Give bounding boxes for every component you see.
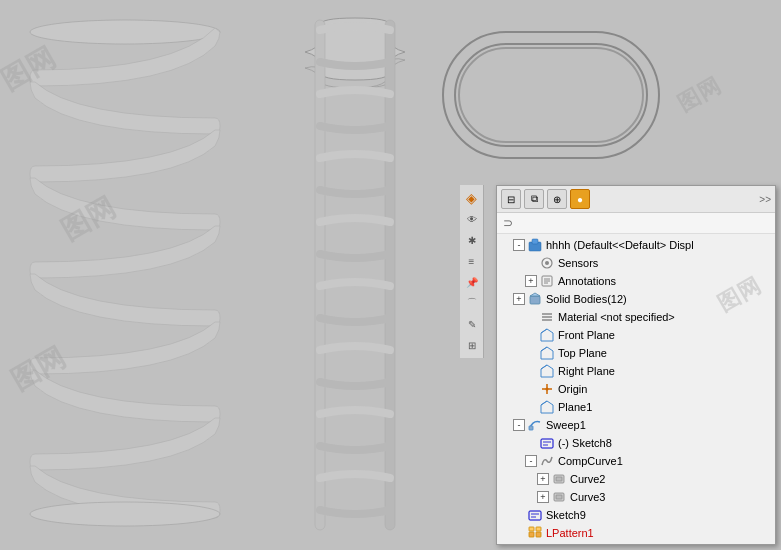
- svg-point-28: [546, 388, 549, 391]
- plane-icon-top: [539, 345, 555, 361]
- material-label: Material <not specified>: [558, 311, 675, 323]
- star-icon[interactable]: ✱: [463, 231, 481, 249]
- box-icon[interactable]: ⊞: [463, 336, 481, 354]
- plane1-label: Plane1: [558, 401, 592, 413]
- svg-line-23: [541, 347, 547, 351]
- svg-marker-29: [541, 401, 553, 413]
- sweep1-expand[interactable]: -: [513, 419, 525, 431]
- svg-rect-8: [532, 239, 538, 244]
- panel-filter-row: ⊃: [497, 213, 775, 234]
- svg-marker-24: [541, 365, 553, 377]
- pin-icon[interactable]: 📌: [463, 273, 481, 291]
- spring-left-view: [15, 10, 235, 540]
- tree-item-solid-bodies[interactable]: + Solid Bodies(12): [497, 290, 775, 308]
- origin-label: Origin: [558, 383, 587, 395]
- curve2-expand[interactable]: +: [537, 473, 549, 485]
- tree-item-right-plane[interactable]: Right Plane: [497, 362, 775, 380]
- circle-icon[interactable]: ●: [570, 189, 590, 209]
- curve-icon[interactable]: ⌒: [463, 294, 481, 312]
- svg-point-0: [30, 20, 220, 44]
- root-expand[interactable]: -: [513, 239, 525, 251]
- annotations-expand[interactable]: +: [525, 275, 537, 287]
- svg-rect-38: [556, 495, 562, 499]
- curve3-label: Curve3: [570, 491, 605, 503]
- tree-item-lpattern1[interactable]: LPattern1: [497, 524, 775, 542]
- spring-middle-svg: [290, 10, 420, 540]
- svg-rect-43: [536, 532, 541, 537]
- solid-icon: [527, 291, 543, 307]
- curve3-icon: [551, 489, 567, 505]
- sketch9-label: Sketch9: [546, 509, 586, 521]
- origin-icon: [539, 381, 555, 397]
- annotation-icon: [539, 273, 555, 289]
- compcurve1-label: CompCurve1: [558, 455, 623, 467]
- sketch9-icon: [527, 507, 543, 523]
- top-plane-label: Top Plane: [558, 347, 607, 359]
- svg-point-1: [30, 502, 220, 526]
- tree-item-annotations[interactable]: + Annotations: [497, 272, 775, 290]
- view-icon[interactable]: 👁: [463, 210, 481, 228]
- svg-point-10: [545, 261, 549, 265]
- crosshair-icon[interactable]: ⊕: [547, 189, 567, 209]
- tree-item-sweep1[interactable]: - Sweep1: [497, 416, 775, 434]
- layers-icon[interactable]: ≡: [463, 252, 481, 270]
- compcurve1-expand[interactable]: -: [525, 455, 537, 467]
- tree-item-compcurve1[interactable]: - CompCurve1: [497, 452, 775, 470]
- sweep-icon: [527, 417, 543, 433]
- edit-icon[interactable]: ✎: [463, 315, 481, 333]
- plane-icon-1: [539, 399, 555, 415]
- tree-item-sketch8[interactable]: (-) Sketch8: [497, 434, 775, 452]
- oval-svg: [441, 30, 661, 160]
- feature-tree-panel: ⊟ ⧉ ⊕ ● >> ⊃ - hhhh (Default<<Default> D…: [496, 185, 776, 545]
- tree-item-front-plane[interactable]: Front Plane: [497, 326, 775, 344]
- sketch8-icon: [539, 435, 555, 451]
- svg-line-25: [541, 365, 547, 369]
- front-plane-label: Front Plane: [558, 329, 615, 341]
- tree-item-plane1[interactable]: Plane1: [497, 398, 775, 416]
- tree-item-sketch9[interactable]: Sketch9: [497, 506, 775, 524]
- material-icon: [539, 309, 555, 325]
- spring-middle-view: [290, 10, 420, 540]
- svg-rect-15: [530, 296, 540, 304]
- curve2-label: Curve2: [570, 473, 605, 485]
- tree-item-curve2[interactable]: + Curve2: [497, 470, 775, 488]
- compcurve-icon: [539, 453, 555, 469]
- svg-rect-45: [536, 527, 541, 531]
- sketch8-label: (-) Sketch8: [558, 437, 612, 449]
- plane-icon-right: [539, 363, 555, 379]
- svg-line-21: [541, 329, 547, 333]
- plane-icon-front: [539, 327, 555, 343]
- curve2-icon: [551, 471, 567, 487]
- part-icon: [527, 237, 543, 253]
- spring-left-svg: [15, 10, 235, 540]
- tree-item-sensors[interactable]: Sensors: [497, 254, 775, 272]
- tree-item-origin[interactable]: Origin: [497, 380, 775, 398]
- solid-bodies-label: Solid Bodies(12): [546, 293, 627, 305]
- svg-line-30: [541, 401, 547, 405]
- lpattern1-label: LPattern1: [546, 527, 594, 539]
- tree-item-top-plane[interactable]: Top Plane: [497, 344, 775, 362]
- svg-rect-39: [529, 511, 541, 520]
- svg-marker-22: [541, 347, 553, 359]
- curve3-expand[interactable]: +: [537, 491, 549, 503]
- tree-item-material[interactable]: Material <not specified>: [497, 308, 775, 326]
- sweep1-label: Sweep1: [546, 419, 586, 431]
- pointer-icon[interactable]: ◈: [463, 189, 481, 207]
- sensor-icon: [539, 255, 555, 271]
- more-button[interactable]: >>: [759, 194, 771, 205]
- panel-toolbar: ⊟ ⧉ ⊕ ● >>: [497, 186, 775, 213]
- tree-content: - hhhh (Default<<Default> Displ Sensors: [497, 234, 775, 544]
- tree-item-curve3[interactable]: + Curve3: [497, 488, 775, 506]
- viewport: 图网 图网 图网 图网 图网 ◈ 👁 ✱ ≡ 📌 ⌒ ✎ ⊞ ⊟ ⧉ ⊕ ● >…: [0, 0, 781, 550]
- filter-icon[interactable]: ⊟: [501, 189, 521, 209]
- svg-rect-6: [459, 48, 643, 142]
- lpattern-icon: [527, 525, 543, 541]
- svg-rect-31: [529, 426, 533, 430]
- svg-rect-36: [556, 477, 562, 481]
- copy-icon[interactable]: ⧉: [524, 189, 544, 209]
- tree-root-item[interactable]: - hhhh (Default<<Default> Displ: [497, 236, 775, 254]
- solid-bodies-expand[interactable]: +: [513, 293, 525, 305]
- svg-rect-32: [541, 439, 553, 448]
- sensors-label: Sensors: [558, 257, 598, 269]
- right-plane-label: Right Plane: [558, 365, 615, 377]
